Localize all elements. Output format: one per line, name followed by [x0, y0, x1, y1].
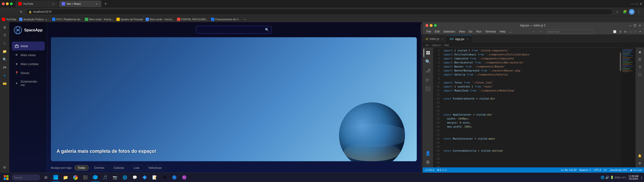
tab-app-jsx-close[interactable]: ✕: [467, 38, 468, 40]
status-spaces[interactable]: Spaces: 2: [580, 168, 591, 172]
breadcrumb-appjsx[interactable]: App.jsx: [432, 44, 441, 46]
vscode-x-btn[interactable]: ✕: [638, 30, 642, 33]
menu-run[interactable]: Run: [474, 29, 483, 34]
bookmark-bemvindo[interactable]: Bem-vindo - Inscriç...: [85, 18, 114, 21]
tab-vite-react[interactable]: Vite + React ✕: [59, 0, 101, 7]
menu-go[interactable]: Go: [467, 29, 474, 34]
tab-youtube[interactable]: YouTube ✕: [16, 0, 58, 7]
bookmark-portal[interactable]: PORTAL FACULDAD...: [177, 18, 208, 21]
bookmark-youtube[interactable]: YouTube: [2, 18, 16, 21]
taskbar-app-8[interactable]: 🔵: [170, 173, 179, 182]
address-bar[interactable]: 🔒 localhost:5174: [26, 9, 612, 15]
sidebar-wallet-icon[interactable]: 💳: [2, 80, 8, 87]
taskbar-edge[interactable]: [52, 173, 60, 182]
network-icon[interactable]: 🌐: [601, 176, 604, 179]
tab-app-jsx[interactable]: JSX App.jsx ✕: [446, 35, 472, 42]
traffic-minimize[interactable]: [430, 24, 432, 27]
bookmark-fgv[interactable]: FGV | Plataforma de...: [52, 18, 82, 21]
breadcrumb-src[interactable]: src: [426, 44, 429, 46]
menu-help[interactable]: Help: [498, 29, 508, 34]
more-button[interactable]: ⋮: [636, 8, 642, 15]
close-btn[interactable]: ✕: [640, 2, 642, 6]
menu-edit[interactable]: Edit: [433, 29, 442, 34]
profile-button[interactable]: M: [629, 9, 634, 14]
extensions-button[interactable]: 🧩: [621, 8, 628, 15]
taskbar-chrome[interactable]: [71, 173, 80, 182]
nav-item-mais-curtidas[interactable]: ♥ Mais curtidas: [12, 60, 45, 68]
menu-more[interactable]: ...: [507, 29, 514, 34]
activity-extensions[interactable]: ⬛: [424, 84, 432, 93]
vscode-minimize-btn[interactable]: —: [629, 24, 632, 27]
search-input[interactable]: [199, 28, 263, 32]
activity-settings[interactable]: ⚙: [424, 158, 432, 166]
spaceapp-scrollbar[interactable]: [420, 22, 422, 172]
status-branch[interactable]: ⎇ 0.0.2: [424, 168, 434, 172]
sidebar-games-icon[interactable]: 🎮: [2, 64, 8, 71]
layout-icon-1[interactable]: ⬜: [612, 30, 617, 33]
tag-todas[interactable]: Todas: [74, 165, 89, 171]
layout-icon-3[interactable]: ⊞: [623, 30, 627, 33]
taskbar-app-9[interactable]: 🟣: [180, 173, 188, 182]
bookmark-financiamento[interactable]: Financiamento de V...: [211, 18, 240, 21]
taskbar-app-2[interactable]: 📷: [111, 173, 119, 182]
vscode-min-btn[interactable]: —: [628, 30, 633, 33]
nav-fwd-btn[interactable]: →: [538, 30, 544, 33]
extensions-r-icon[interactable]: ⬛: [636, 71, 643, 78]
battery-icon[interactable]: 🔋: [610, 176, 614, 179]
sidebar-search-icon[interactable]: 🔍: [2, 56, 8, 63]
activity-source-control[interactable]: ⎇: [424, 66, 432, 75]
timeline-icon[interactable]: ⏱: [636, 64, 643, 70]
sidebar-settings-icon[interactable]: ⚙: [2, 164, 8, 171]
bookmark-star-button[interactable]: ☆: [614, 8, 620, 15]
nav-back-btn[interactable]: ←: [531, 30, 538, 33]
vscode-close-btn[interactable]: ✕: [638, 24, 641, 27]
bookmark-quadro[interactable]: Quadro de Pessoal: [116, 18, 143, 21]
sidebar-tabs-icon[interactable]: ⊞: [2, 24, 8, 31]
activity-accounts[interactable]: 👤: [424, 149, 432, 158]
nav-item-mais-vistas[interactable]: 👁 Mais vistas: [12, 50, 45, 60]
volume-icon[interactable]: 🔊: [605, 176, 609, 179]
menu-selection[interactable]: Selection: [442, 29, 457, 34]
taskbar-explorer[interactable]: 📁: [61, 173, 70, 182]
traffic-close[interactable]: [426, 24, 428, 27]
tag-galaxias[interactable]: Galáxias: [110, 165, 128, 171]
taskbar-terminal[interactable]: ⬛: [81, 173, 90, 182]
editor-scrollbar[interactable]: [620, 48, 621, 168]
tab-youtube-close[interactable]: ✕: [52, 2, 55, 6]
tab-index-js[interactable]: JS index.js ✕: [423, 35, 446, 42]
bookmark-avaliacao[interactable]: Avaliação Prática - L...: [19, 18, 49, 21]
minimize-window-btn[interactable]: [6, 2, 9, 5]
tab-vite-close[interactable]: ✕: [95, 2, 98, 6]
bookmarks-more[interactable]: »: [244, 18, 246, 21]
layout-icon-2[interactable]: ⊟: [618, 30, 622, 33]
taskbar-app-3[interactable]: 🌐: [121, 173, 129, 182]
taskbar-search[interactable]: [12, 173, 40, 182]
menu-view[interactable]: View: [457, 29, 467, 34]
tab-index-js-close[interactable]: ✕: [442, 38, 444, 40]
activity-debug[interactable]: ▷: [424, 76, 432, 84]
start-button[interactable]: [2, 173, 10, 182]
tag-nebulosas[interactable]: Nebulosas: [145, 165, 166, 171]
reload-button[interactable]: ↻: [18, 8, 24, 15]
traffic-maximize[interactable]: [434, 24, 437, 27]
breadcrumb-app[interactable]: App: [444, 44, 449, 46]
vscode-search-input[interactable]: [546, 29, 593, 34]
restore-btn[interactable]: □: [636, 2, 638, 6]
taskbar-app-4[interactable]: 💬: [130, 173, 139, 182]
nav-item-inicio[interactable]: Início: [12, 42, 45, 50]
search-bar[interactable]: 🔍: [196, 26, 272, 34]
sidebar-favorites-icon[interactable]: ☆: [2, 40, 8, 47]
maximize-window-btn[interactable]: [10, 2, 13, 5]
taskbar-app-7[interactable]: ⚙: [160, 173, 169, 182]
code-area[interactable]: import { styled } from 'styled-component…: [442, 48, 620, 168]
vscode-restore-btn[interactable]: ⧠: [634, 24, 637, 27]
taskbar-app-5[interactable]: 🔷: [140, 173, 149, 182]
taskbar-clock[interactable]: 11:59 AM 4/1/2024: [628, 175, 638, 180]
show-desktop-btn[interactable]: |: [642, 176, 642, 179]
status-encoding[interactable]: UTF-8: [594, 168, 601, 172]
taskbar-task-view[interactable]: ⊞: [42, 173, 50, 182]
sidebar-history-icon[interactable]: ⏱: [2, 32, 8, 39]
taskbar-search-input[interactable]: [12, 174, 40, 180]
breakpoints-icon[interactable]: ◉: [636, 48, 643, 55]
taskbar-vscode[interactable]: [91, 173, 100, 182]
